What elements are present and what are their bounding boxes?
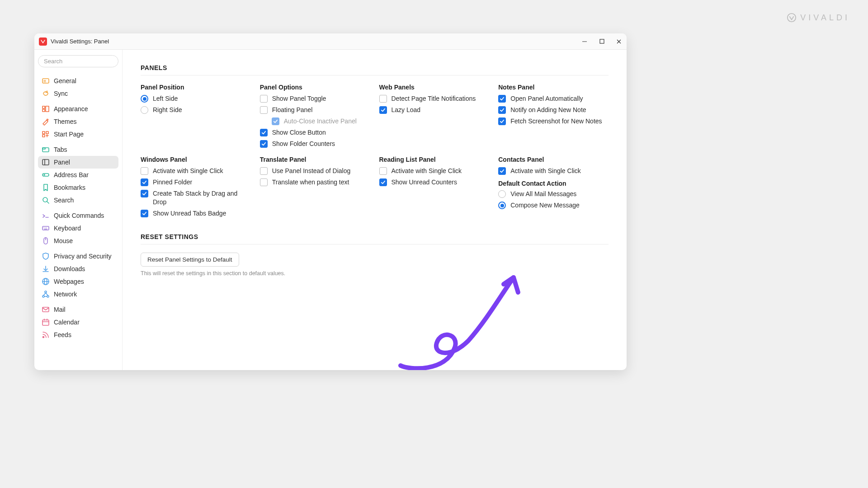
sidebar-item-label: Appearance <box>54 105 88 113</box>
checkbox[interactable] <box>260 140 268 148</box>
web-panels-option: Detect Page Title Notifications <box>379 94 490 103</box>
sidebar-item-panel[interactable]: Panel <box>38 156 118 169</box>
checkbox[interactable] <box>260 178 268 186</box>
option-label: Compose New Message <box>510 201 580 210</box>
privacy-icon <box>42 252 50 260</box>
sidebar-item-search[interactable]: Search <box>38 194 118 206</box>
checkbox[interactable] <box>260 95 268 103</box>
themes-icon <box>42 117 50 126</box>
checkbox[interactable] <box>260 106 268 114</box>
svg-rect-21 <box>42 174 49 176</box>
keyboard-icon <box>42 224 50 232</box>
option-label: Lazy Load <box>392 106 421 114</box>
sidebar-item-general[interactable]: General <box>38 75 118 87</box>
sidebar-item-address-bar[interactable]: Address Bar <box>38 169 118 181</box>
vivaldi-brand: VIVALDI <box>787 13 850 23</box>
sidebar-item-label: Feeds <box>54 331 71 338</box>
search-input[interactable] <box>38 55 118 67</box>
sidebar-item-network[interactable]: Network <box>38 288 118 300</box>
sidebar-item-tabs[interactable]: Tabs <box>38 143 118 156</box>
panel-position-option: Left Side <box>141 94 251 103</box>
option-label: Translate when pasting text <box>272 178 349 187</box>
webpages-icon <box>42 277 50 286</box>
svg-rect-18 <box>42 148 45 149</box>
sidebar-item-label: Tabs <box>54 146 67 153</box>
sidebar-item-keyboard[interactable]: Keyboard <box>38 222 118 235</box>
sidebar-item-label: Quick Commands <box>54 212 104 219</box>
group-notes-panel: Notes Panel Open Panel AutomaticallyNoti… <box>498 84 609 150</box>
translate-panel-option: Translate when pasting text <box>260 178 370 187</box>
maximize-button[interactable] <box>599 38 605 45</box>
reset-note: This will reset the settings in this sec… <box>141 270 609 277</box>
option-label: Open Panel Automatically <box>510 94 583 103</box>
sidebar-item-calendar[interactable]: Calendar <box>38 316 118 328</box>
option-label: Show Unread Counters <box>392 178 458 187</box>
checkbox[interactable] <box>498 106 506 114</box>
checkbox[interactable] <box>260 167 268 175</box>
group-contacts-panel: Contacts Panel Activate with Single Clic… <box>498 156 609 220</box>
sidebar-item-themes[interactable]: Themes <box>38 115 118 128</box>
notes-panel-option: Open Panel Automatically <box>498 94 609 103</box>
default-contact-action-option: Compose New Message <box>498 201 609 210</box>
checkbox[interactable] <box>498 167 506 175</box>
close-button[interactable] <box>616 38 622 45</box>
sidebar-item-appearance[interactable]: Appearance <box>38 103 118 115</box>
checkbox[interactable] <box>141 190 148 197</box>
radio[interactable] <box>141 106 148 114</box>
bookmarks-icon <box>42 183 50 192</box>
svg-rect-19 <box>42 160 49 165</box>
svg-line-41 <box>43 293 46 296</box>
checkbox[interactable] <box>141 210 148 217</box>
svg-rect-44 <box>42 307 49 312</box>
sidebar-item-mouse[interactable]: Mouse <box>38 235 118 247</box>
svg-rect-2 <box>600 39 604 43</box>
checkbox[interactable] <box>379 106 387 114</box>
checkbox[interactable] <box>498 117 506 125</box>
checkbox[interactable] <box>260 129 268 136</box>
default-contact-action-option: View All Mail Messages <box>498 190 609 198</box>
reading-list-panel-option: Activate with Single Click <box>379 167 490 175</box>
panel-options-option: Show Folder Counters <box>260 140 370 148</box>
sidebar-item-label: Sync <box>54 90 68 97</box>
sidebar-item-privacy-and-security[interactable]: Privacy and Security <box>38 250 118 263</box>
option-label: Use Panel Instead of Dialog <box>272 167 351 175</box>
svg-rect-10 <box>46 106 49 112</box>
svg-point-0 <box>788 14 796 22</box>
default-contact-action-title: Default Contact Action <box>498 180 609 187</box>
group-reading-list-panel: Reading List Panel Activate with Single … <box>379 156 490 220</box>
checkbox[interactable] <box>379 95 387 103</box>
sidebar-item-mail[interactable]: Mail <box>38 303 118 316</box>
sidebar-item-quick-commands[interactable]: Quick Commands <box>38 209 118 222</box>
checkbox[interactable] <box>141 167 148 175</box>
radio[interactable] <box>498 202 506 209</box>
notes-panel-option: Fetch Screenshot for New Notes <box>498 117 609 126</box>
checkbox[interactable] <box>141 178 148 186</box>
radio[interactable] <box>141 95 148 103</box>
svg-point-49 <box>43 337 44 338</box>
minimize-button[interactable] <box>581 38 588 45</box>
web-panels-option: Lazy Load <box>379 106 490 114</box>
sidebar-item-bookmarks[interactable]: Bookmarks <box>38 181 118 194</box>
reading-list-panel-option: Show Unread Counters <box>379 178 490 187</box>
sidebar-item-downloads[interactable]: Downloads <box>38 263 118 275</box>
downloads-icon <box>42 265 50 273</box>
checkbox[interactable] <box>379 178 387 186</box>
group-windows-panel: Windows Panel Activate with Single Click… <box>141 156 251 220</box>
sidebar-item-start-page[interactable]: Start Page <box>38 128 118 141</box>
svg-rect-13 <box>46 131 48 134</box>
option-label: Auto-Close Inactive Panel <box>284 117 357 126</box>
sidebar-item-sync[interactable]: Sync <box>38 87 118 100</box>
sidebar-item-webpages[interactable]: Webpages <box>38 275 118 288</box>
radio[interactable] <box>498 190 506 198</box>
checkbox <box>272 117 279 125</box>
reset-panel-settings-button[interactable]: Reset Panel Settings to Default <box>141 253 239 267</box>
sidebar-item-feeds[interactable]: Feeds <box>38 328 118 341</box>
checkbox[interactable] <box>498 95 506 103</box>
calendar-icon <box>42 318 50 326</box>
checkbox[interactable] <box>379 167 387 175</box>
sidebar-item-label: Start Page <box>54 131 84 138</box>
sidebar-item-label: Keyboard <box>54 225 81 232</box>
quickcmd-icon <box>42 211 50 220</box>
section-title-reset: RESET SETTINGS <box>141 233 609 240</box>
address-icon <box>42 171 50 179</box>
